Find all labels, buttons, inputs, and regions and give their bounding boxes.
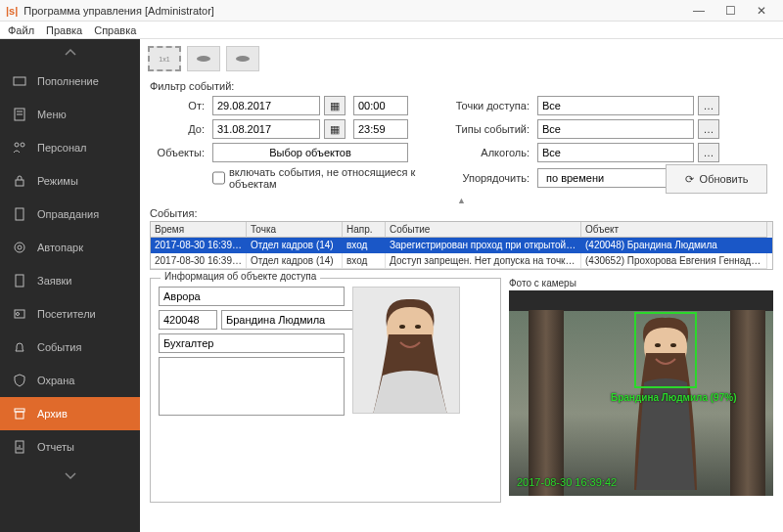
sidebar-item-security[interactable]: Охрана: [0, 364, 140, 397]
calendar-icon: ▦: [330, 100, 340, 112]
access-points-browse-button[interactable]: …: [698, 96, 719, 115]
sidebar-item-label: Пополнение: [37, 75, 99, 87]
list-icon: [12, 107, 27, 122]
lock-icon: [12, 173, 27, 189]
cell-dir: вход: [343, 238, 386, 253]
alcohol-input[interactable]: [537, 143, 694, 162]
sidebar-item-label: Охрана: [37, 375, 74, 386]
sidebar-item-autopark[interactable]: Автопарк: [0, 231, 140, 264]
svg-point-19: [197, 56, 210, 62]
menu-help[interactable]: Справка: [94, 24, 136, 36]
svg-point-4: [15, 143, 19, 147]
thumb-2[interactable]: [187, 46, 220, 71]
sidebar-item-personnel[interactable]: Персонал: [0, 131, 140, 164]
bell-icon: [12, 339, 27, 355]
thumb-1[interactable]: 1x1: [148, 46, 181, 71]
sidebar-item-justif[interactable]: Оправдания: [0, 198, 140, 231]
table-row[interactable]: 2017-08-30 16:39:43 Отдел кадров (14) вх…: [151, 253, 772, 269]
camera-timestamp: 2017-08-30 16:39:42: [517, 476, 617, 488]
sidebar-item-label: Меню: [37, 109, 67, 120]
face-detection-box: [634, 312, 697, 388]
cell-object: (430652) Прохорова Евгения Геннадьевна: [581, 253, 767, 269]
sidebar-item-events[interactable]: События: [0, 331, 140, 364]
objects-select-button[interactable]: Выбор объектов: [212, 143, 408, 162]
thumb-3[interactable]: [226, 46, 259, 71]
from-date-picker-button[interactable]: ▦: [324, 96, 345, 115]
app-logo-icon: |s|: [6, 5, 18, 17]
sidebar-item-requests[interactable]: Заявки: [0, 264, 140, 297]
position-field[interactable]: [159, 333, 345, 353]
menu-edit[interactable]: Правка: [46, 24, 82, 36]
col-object[interactable]: Объект: [581, 222, 767, 238]
sidebar: Пополнение Меню Персонал Режимы Оправдан…: [0, 39, 140, 532]
target-icon: [12, 240, 27, 255]
cell-event: Зарегистрирован проход при открытой две…: [386, 238, 581, 253]
camera-image: Брандина Людмила (97%) 2017-08-30 16:39:…: [509, 290, 773, 496]
svg-rect-7: [16, 208, 23, 220]
sidebar-item-label: Режимы: [37, 175, 78, 187]
notes-field[interactable]: [159, 357, 345, 416]
titlebar: |s| Программа управления [Administrator]…: [0, 0, 783, 22]
alcohol-browse-button[interactable]: …: [698, 143, 719, 162]
company-field[interactable]: [159, 287, 345, 306]
svg-point-24: [415, 325, 421, 329]
access-points-input[interactable]: [537, 96, 694, 115]
camera-panel: Фото с камеры Брандина Людмила (97%: [509, 278, 773, 503]
sort-label: Упорядочить:: [455, 172, 533, 184]
event-types-input[interactable]: [537, 119, 694, 139]
sidebar-item-topup[interactable]: Пополнение: [0, 65, 140, 98]
svg-point-23: [399, 325, 405, 329]
doc-icon: [12, 273, 27, 288]
table-row[interactable]: 2017-08-30 16:39:42 Отдел кадров (14) вх…: [151, 238, 772, 253]
sidebar-item-archive[interactable]: Архив: [0, 397, 140, 430]
sidebar-item-visitors[interactable]: Посетители: [0, 297, 140, 331]
maximize-button[interactable]: ☐: [714, 0, 746, 22]
sidebar-item-label: Оправдания: [37, 208, 99, 220]
emp-name-field[interactable]: [221, 310, 366, 330]
collapse-handle[interactable]: ▲: [140, 196, 783, 205]
col-time[interactable]: Время: [151, 222, 247, 238]
from-date-input[interactable]: [212, 96, 320, 115]
shield-icon: [12, 373, 27, 388]
sidebar-scroll-down[interactable]: [0, 464, 140, 489]
refresh-button[interactable]: ⟳ Обновить: [666, 164, 767, 194]
employee-photo: [352, 287, 460, 414]
minimize-button[interactable]: —: [683, 0, 714, 22]
thumbnail-strip: 1x1: [140, 39, 783, 78]
close-button[interactable]: ✕: [746, 0, 777, 22]
to-date-input[interactable]: [212, 119, 320, 139]
sidebar-item-label: Персонал: [37, 142, 87, 154]
card-icon: [12, 73, 27, 89]
sidebar-item-menu[interactable]: Меню: [0, 98, 140, 131]
refresh-label: Обновить: [700, 173, 749, 185]
sidebar-item-reports[interactable]: Отчеты: [0, 430, 140, 464]
sidebar-item-label: Отчеты: [37, 441, 74, 453]
event-types-label: Типы событий:: [455, 123, 533, 135]
from-time-input[interactable]: [353, 96, 408, 115]
event-types-browse-button[interactable]: …: [698, 119, 719, 139]
sidebar-item-label: Автопарк: [37, 242, 83, 253]
to-date-picker-button[interactable]: ▦: [324, 119, 345, 139]
cell-event: Доступ запрещен. Нет допуска на точку до…: [386, 253, 581, 269]
cell-time: 2017-08-30 16:39:42: [151, 238, 247, 253]
archive-icon: [12, 406, 27, 421]
to-time-input[interactable]: [353, 119, 408, 139]
menu-file[interactable]: Файл: [8, 24, 34, 36]
sidebar-item-modes[interactable]: Режимы: [0, 164, 140, 198]
from-label: От:: [150, 100, 208, 111]
col-event[interactable]: Событие: [386, 222, 581, 238]
people-icon: [12, 140, 27, 155]
col-point[interactable]: Точка: [247, 222, 343, 238]
col-dir[interactable]: Напр.: [343, 222, 386, 238]
sidebar-item-label: Заявки: [37, 275, 72, 287]
sidebar-scroll-up[interactable]: [0, 39, 140, 65]
filters-section-label: Фильтр событий:: [140, 78, 783, 94]
access-object-info-panel: Информация об объекте доступа: [150, 278, 501, 503]
badge-icon: [12, 306, 27, 322]
chevron-up-icon: [65, 48, 76, 56]
info-section-label: Информация об объекте доступа: [161, 271, 320, 282]
include-events-checkbox[interactable]: [212, 168, 225, 188]
emp-id-field[interactable]: [159, 310, 217, 330]
access-points-label: Точки доступа:: [455, 100, 533, 111]
cell-time: 2017-08-30 16:39:43: [151, 253, 247, 269]
